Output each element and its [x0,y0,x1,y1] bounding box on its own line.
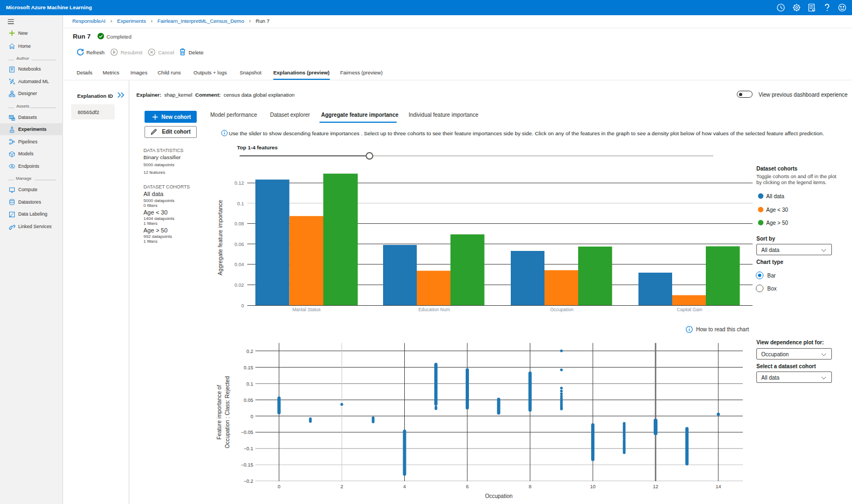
svg-text:Feature importance of: Feature importance of [216,385,222,439]
svg-text:0.04: 0.04 [234,262,244,267]
svg-text:12: 12 [653,484,658,489]
svg-text:0.02: 0.02 [234,282,244,288]
svg-text:Education Num: Education Num [418,307,450,312]
svg-text:Marital Status: Marital Status [292,307,321,312]
svg-text:10: 10 [590,484,596,489]
svg-text:−0.2: −0.2 [243,478,253,484]
svg-text:0.08: 0.08 [234,221,244,226]
svg-text:0.1: 0.1 [237,201,244,206]
svg-text:Occupation : Class: Rejected: Occupation : Class: Rejected [224,376,230,448]
svg-text:0.12: 0.12 [234,180,244,186]
svg-text:14: 14 [716,484,721,489]
svg-text:6: 6 [466,484,468,489]
svg-text:0: 0 [241,303,244,308]
svg-text:4: 4 [403,484,406,489]
svg-text:−0.15: −0.15 [241,462,253,468]
svg-text:0.15: 0.15 [243,365,253,370]
svg-text:−0.1: −0.1 [243,446,253,451]
svg-text:0.1: 0.1 [246,381,253,387]
svg-text:0.2: 0.2 [246,349,253,354]
svg-text:Capital Gain: Capital Gain [677,307,703,312]
svg-text:Occupation: Occupation [485,493,513,499]
svg-text:0: 0 [250,414,253,419]
svg-text:8: 8 [529,484,531,489]
svg-text:0.06: 0.06 [234,242,244,247]
svg-text:Occupation: Occupation [550,307,574,312]
svg-text:Aggregate feature importance: Aggregate feature importance [217,200,223,275]
svg-text:0.05: 0.05 [243,398,253,403]
svg-text:−0.05: −0.05 [241,430,253,435]
svg-text:0: 0 [278,484,280,489]
svg-text:2: 2 [340,484,343,489]
